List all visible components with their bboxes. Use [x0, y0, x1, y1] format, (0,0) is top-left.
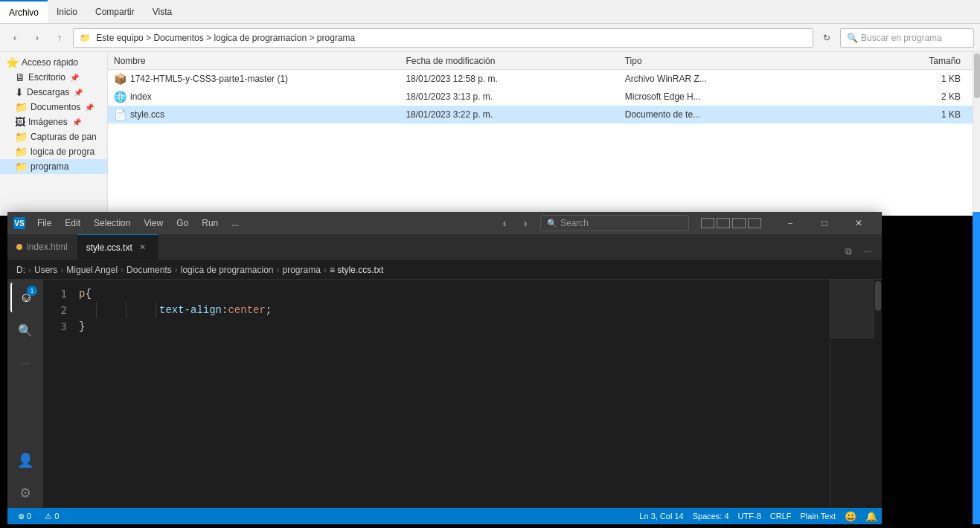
line-ending[interactable]: CRLF	[766, 508, 796, 524]
ribbon-tab-vista[interactable]: Vista	[144, 0, 181, 23]
breadcrumb: D: › Users › Miguel Angel › Documents › …	[7, 260, 882, 280]
account-activity-icon[interactable]: 👤	[10, 445, 40, 475]
activity-bar: ⎉ 1 🔍 ··· 👤 ⚙	[7, 280, 43, 508]
refresh-button[interactable]: ↻	[818, 29, 836, 47]
col-header-type[interactable]: Tipo	[625, 56, 844, 66]
breadcrumb-file[interactable]: ≡ style.ccs.txt	[330, 265, 383, 275]
col-header-date[interactable]: Fecha de modificación	[406, 56, 624, 66]
file-icon: 📄	[114, 109, 126, 120]
ribbon-tab-archivo[interactable]: Archivo	[0, 0, 48, 23]
window-controls: － □ ✕	[773, 212, 876, 234]
feedback-icon[interactable]: 😀	[840, 508, 861, 524]
up-button[interactable]: ↑	[51, 29, 68, 47]
pin-icon: 📌	[72, 118, 81, 126]
sidebar-item-capturas[interactable]: 📁 Capturas de pan	[0, 129, 107, 144]
tab-index-html[interactable]: index.html	[7, 234, 77, 260]
star-icon: ⭐	[6, 57, 19, 68]
pin-icon: 📌	[70, 74, 79, 82]
file-size: 1 KB	[844, 74, 967, 84]
table-row[interactable]: 📦 1742-HTML5-y-CSS3-parte1-master (1) 18…	[108, 70, 973, 88]
line-numbers: 1 2 3	[43, 280, 73, 508]
layout-icon-4[interactable]	[748, 218, 761, 228]
back-button[interactable]: ‹	[6, 29, 24, 47]
vscode-menu: File Edit Selection View Go Run ...	[31, 214, 245, 232]
table-row[interactable]: 📄 style.ccs 18/01/2023 3:22 p. m. Docume…	[108, 106, 973, 123]
token: p	[79, 286, 85, 302]
close-button[interactable]: ✕	[842, 212, 876, 234]
code-line-1: p{	[79, 286, 830, 302]
tab-actions: ⧉ ···	[834, 243, 882, 260]
forward-button[interactable]: ›	[28, 29, 46, 47]
sidebar-item-acceso-rapido[interactable]: ⭐ Acceso rápido	[0, 55, 107, 70]
language-mode[interactable]: Plain Text	[796, 508, 841, 524]
folder-icon: 🖥	[15, 71, 25, 83]
vertical-scrollbar[interactable]	[874, 280, 882, 508]
sidebar-item-logica[interactable]: 📁 logica de progra	[0, 144, 107, 159]
breadcrumb-logica[interactable]: logica de programacion	[181, 265, 274, 275]
col-header-name[interactable]: Nombre	[114, 56, 406, 66]
tab-close-button[interactable]: ✕	[137, 242, 149, 254]
minimize-button[interactable]: －	[773, 212, 807, 234]
breadcrumb-miguel[interactable]: Miguel Angel	[66, 265, 118, 275]
address-bar: ‹ › ↑ 📁 Este equipo > Documentos > logic…	[0, 24, 980, 52]
search-activity-icon[interactable]: 🔍	[10, 315, 40, 345]
search-icon: 🔍	[547, 219, 557, 228]
error-count[interactable]: ⊗ 0	[13, 508, 36, 524]
tab-style-ccs-txt[interactable]: style.ccs.txt ✕	[77, 234, 158, 260]
sidebar-label: Escritorio	[28, 72, 65, 83]
more-actions-button[interactable]: ···	[859, 243, 876, 260]
menu-file[interactable]: File	[31, 214, 57, 232]
breadcrumb-programa[interactable]: programa	[283, 265, 321, 275]
tab-label: style.ccs.txt	[86, 242, 132, 253]
breadcrumb-d[interactable]: D:	[16, 265, 25, 275]
layout-icon-2[interactable]	[717, 218, 730, 228]
encoding-label: UTF-8	[738, 512, 761, 521]
sidebar-item-programa[interactable]: 📁 programa	[0, 159, 107, 174]
smiley-icon: 😀	[845, 511, 856, 522]
warning-count[interactable]: ⚠ 0	[40, 508, 63, 524]
back-nav-button[interactable]: ‹	[496, 214, 513, 232]
menu-go[interactable]: Go	[170, 214, 194, 232]
spaces[interactable]: Spaces: 4	[688, 508, 734, 524]
layout-icon-3[interactable]	[732, 218, 746, 228]
file-explorer: Archivo Inicio Compartir Vista ‹ › ↑ 📁 E…	[0, 0, 980, 216]
tab-bar: index.html style.ccs.txt ✕ ⧉ ···	[7, 234, 882, 260]
pin-icon: 📌	[85, 103, 94, 112]
sidebar-item-descargas[interactable]: ⬇ Descargas 📌	[0, 85, 107, 100]
line-col-label: Ln 3, Col 14	[639, 512, 683, 521]
sidebar-item-escritorio[interactable]: 🖥 Escritorio 📌	[0, 70, 107, 85]
sidebar-item-imagenes[interactable]: 🖼 Imágenes 📌	[0, 115, 107, 129]
ribbon-tab-inicio[interactable]: Inicio	[48, 0, 86, 23]
token: :	[222, 302, 228, 318]
title-search[interactable]: 🔍 Search	[540, 215, 689, 231]
split-editor-button[interactable]: ⧉	[840, 243, 856, 260]
code-editor[interactable]: p{ text-align: center; }	[73, 280, 830, 508]
encoding[interactable]: UTF-8	[734, 508, 766, 524]
breadcrumb-users[interactable]: Users	[34, 265, 57, 275]
forward-nav-button[interactable]: ›	[516, 214, 534, 232]
line-col[interactable]: Ln 3, Col 14	[635, 508, 688, 524]
sidebar-item-documentos[interactable]: 📁 Documentos 📌	[0, 100, 107, 115]
menu-run[interactable]: Run	[196, 214, 224, 232]
more-activity-icon[interactable]: ···	[10, 348, 40, 378]
search-box[interactable]: 🔍 Buscar en programa	[840, 28, 974, 48]
address-path[interactable]: 📁 Este equipo > Documentos > logica de p…	[73, 28, 813, 48]
layout-icon-1[interactable]	[701, 218, 714, 228]
explorer-scrollbar[interactable]	[973, 52, 980, 216]
maximize-button[interactable]: □	[807, 212, 842, 234]
notification-icon[interactable]: 🔔	[861, 508, 882, 524]
settings-activity-icon[interactable]: ⚙	[10, 478, 40, 508]
scrollbar-thumb[interactable]	[875, 281, 881, 311]
folder-icon: 📁	[15, 131, 28, 143]
layout-icons	[701, 218, 761, 228]
menu-selection[interactable]: Selection	[88, 214, 136, 232]
menu-view[interactable]: View	[138, 214, 169, 232]
explorer-activity-icon[interactable]: ⎉ 1	[10, 283, 40, 312]
ribbon-tab-compartir[interactable]: Compartir	[86, 0, 144, 23]
col-header-size[interactable]: Tamaño	[844, 56, 967, 66]
table-row[interactable]: 🌐 index 18/01/2023 3:13 p. m. Microsoft …	[108, 88, 973, 106]
breadcrumb-documents[interactable]: Documents	[126, 265, 172, 275]
menu-more[interactable]: ...	[225, 214, 245, 232]
menu-edit[interactable]: Edit	[59, 214, 86, 232]
search-placeholder: Search	[560, 218, 589, 228]
